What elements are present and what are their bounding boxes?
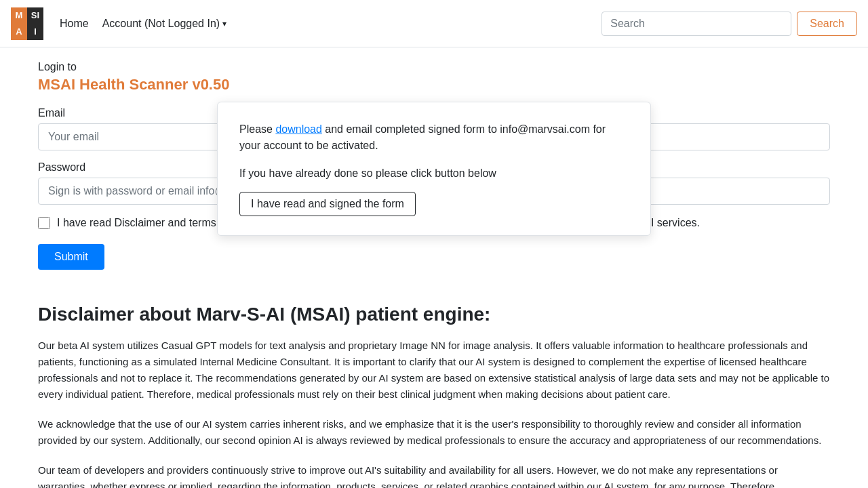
main-content: Login to MSAI Health Scanner v0.50 Pleas… (27, 47, 841, 488)
disclaimer-paragraph-2: We acknowledge that the use of our AI sy… (38, 416, 830, 449)
nav-links: Home Account (Not Logged In) ▾ (60, 18, 601, 30)
modal-primary-text: Please download and email completed sign… (239, 121, 629, 154)
disclaimer-paragraph-1: Our beta AI system utilizes Casual GPT m… (38, 338, 830, 403)
logo-box: M SI A I (11, 7, 43, 40)
modal-overlay: Please download and email completed sign… (217, 102, 651, 236)
modal-secondary-text: If you have already done so please click… (239, 167, 629, 180)
disclaimer-section: Disclaimer about Marv-S-AI (MSAI) patien… (38, 304, 830, 488)
disclaimer-title: Disclaimer about Marv-S-AI (MSAI) patien… (38, 304, 830, 325)
logo-m: M (11, 7, 27, 24)
search-button[interactable]: Search (797, 12, 857, 36)
disclaimer-checkbox[interactable] (38, 217, 50, 229)
brand-logo[interactable]: M SI A I (11, 7, 43, 40)
app-title: MSAI Health Scanner v0.50 (38, 76, 830, 94)
logo-a: A (11, 24, 27, 40)
search-area: Search (601, 12, 857, 36)
disclaimer-paragraph-3: Our team of developers and providers con… (38, 462, 830, 488)
submit-button[interactable]: Submit (38, 244, 104, 270)
signed-form-button[interactable]: I have read and signed the form (239, 192, 416, 216)
home-link[interactable]: Home (60, 18, 89, 30)
navbar: M SI A I Home Account (Not Logged In) ▾ … (0, 0, 868, 47)
account-dropdown[interactable]: Account (Not Logged In) ▾ (102, 18, 226, 30)
login-to-label: Login to (38, 61, 830, 73)
modal-box: Please download and email completed sign… (217, 102, 651, 236)
search-input[interactable] (601, 12, 791, 36)
logo-si-top: SI (27, 7, 43, 24)
account-label: Account (Not Logged In) (102, 18, 220, 30)
chevron-down-icon: ▾ (222, 19, 226, 28)
logo-si-bot: I (27, 24, 43, 40)
download-link[interactable]: download (275, 123, 322, 135)
modal-text-before: Please (239, 123, 275, 135)
